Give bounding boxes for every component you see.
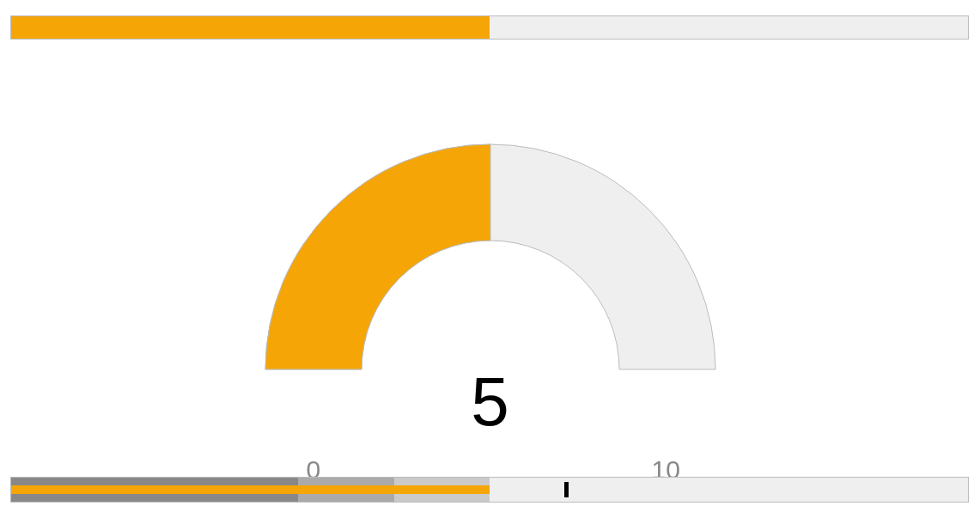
bullet-target-marker (564, 482, 569, 497)
bullet-graph (10, 477, 969, 503)
radial-gauge-arc (216, 86, 765, 395)
radial-gauge: 5 0 10 (0, 86, 980, 430)
gauge-panels: 5 0 10 (0, 0, 980, 518)
linear-gauge (10, 15, 969, 40)
radial-gauge-value: 5 (0, 363, 980, 442)
linear-gauge-fill (11, 16, 490, 39)
bullet-bar (11, 485, 490, 494)
